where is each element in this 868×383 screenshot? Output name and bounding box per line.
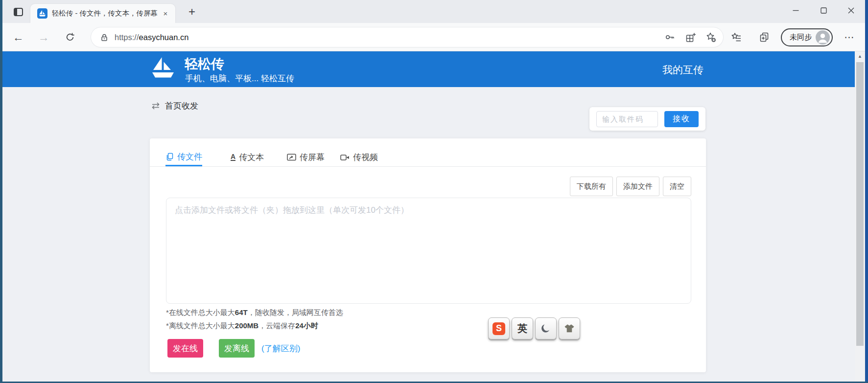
send-offline-button[interactable]: 发离线 — [219, 339, 255, 358]
tabs-divider — [150, 166, 706, 167]
tab-close-button[interactable]: × — [161, 9, 170, 19]
scrollbar-up-arrow[interactable]: ▲ — [855, 52, 865, 60]
close-icon — [848, 7, 854, 14]
profile-sync-status: 未同步 — [790, 33, 812, 42]
forward-button[interactable]: → — [35, 28, 52, 46]
lock-icon[interactable] — [100, 33, 109, 42]
ime-status-bar: S 英 — [488, 317, 580, 339]
note-text: *在线文件总大小最大 — [166, 308, 235, 316]
back-button[interactable]: ← — [9, 28, 27, 46]
browser-toolbar: ← → https://easychuan.cn — [2, 23, 865, 51]
file-copy-icon — [165, 153, 174, 161]
refresh-button[interactable] — [61, 28, 79, 46]
refresh-icon — [65, 32, 75, 42]
site-header: 轻松传 手机、电脑、平板... 轻松互传 我的互传 — [2, 51, 855, 87]
text-a-icon: A — [231, 154, 235, 161]
ime-skin-key[interactable] — [559, 317, 580, 339]
ime-sogou-key[interactable]: S — [488, 317, 510, 339]
star-plus-icon — [705, 31, 717, 43]
note-text: *离线文件总大小最大 — [166, 321, 235, 330]
tshirt-icon — [563, 323, 576, 334]
sailboat-logo — [149, 55, 177, 85]
brand-title: 轻松传 — [185, 55, 224, 73]
receive-code-panel: 接收 — [589, 107, 705, 131]
receive-button[interactable]: 接收 — [664, 111, 699, 127]
note-bold: 64T — [235, 308, 248, 316]
tab-actions-icon — [14, 8, 23, 16]
browser-window: 轻松传 - 传文件，传文本，传屏幕 × + ← → https://easych… — [0, 0, 868, 383]
breadcrumb: 首页收发 — [151, 100, 198, 112]
sailboat-favicon — [37, 8, 47, 19]
sogou-logo-icon: S — [493, 322, 505, 335]
tab-title: 轻松传 - 传文件，传文本，传屏幕 — [52, 9, 161, 18]
tab-label: 传屏幕 — [300, 152, 325, 163]
url-text[interactable]: https://easychuan.cn — [115, 33, 188, 42]
url-domain: easychuan.cn — [139, 33, 189, 42]
transfer-card: 传文件 A 传文本 传屏幕 传视频 — [150, 138, 706, 372]
apps-grid-plus-icon — [685, 32, 696, 43]
favorites-hub-button[interactable] — [727, 28, 745, 46]
window-minimize-button[interactable] — [784, 0, 807, 21]
tab-label: 传文本 — [239, 152, 264, 163]
breadcrumb-label: 首页收发 — [165, 100, 198, 112]
minimize-icon — [793, 7, 799, 14]
note-bold: 200MB — [235, 321, 258, 330]
favorites-hub-icon — [730, 31, 742, 43]
file-dropzone[interactable]: 点击添加文件或将文件（夹）拖放到这里（单次可发10个文件） — [166, 198, 691, 304]
tab-send-video[interactable]: 传视频 — [340, 148, 378, 166]
new-tab-button[interactable]: + — [185, 5, 199, 19]
settings-more-button[interactable]: ⋯ — [841, 28, 858, 46]
password-key-icon — [664, 32, 675, 43]
scrollbar-thumb[interactable] — [856, 62, 864, 346]
note-bold: 24小时 — [295, 321, 318, 330]
tab-send-screen[interactable]: 传屏幕 — [287, 148, 325, 166]
brand-subtitle: 手机、电脑、平板... 轻松互传 — [185, 73, 294, 84]
tab-send-file[interactable]: 传文件 — [165, 148, 202, 166]
online-size-note: *在线文件总大小最大64T，随收随发，局域网互传首选 — [166, 308, 343, 317]
clear-button[interactable]: 清空 — [663, 177, 691, 196]
web-page: 轻松传 手机、电脑、平板... 轻松互传 我的互传 首页收发 接收 传文件 — [2, 51, 855, 382]
download-all-button[interactable]: 下载所有 — [570, 177, 613, 196]
learn-difference-link[interactable]: (了解区别) — [261, 343, 300, 354]
browser-tab-bar: 轻松传 - 传文件，传文本，传屏幕 × + — [2, 0, 865, 23]
transfer-tabs: 传文件 A 传文本 传屏幕 传视频 — [150, 148, 706, 166]
ime-night-mode-key[interactable] — [535, 317, 557, 339]
send-online-button[interactable]: 发在线 — [167, 339, 203, 358]
offline-size-note: *离线文件总大小最大200MB，云端保存24小时 — [166, 321, 318, 331]
dropzone-placeholder: 点击添加文件或将文件（夹）拖放到这里（单次可发10个文件） — [175, 204, 409, 216]
screen-share-icon — [287, 154, 296, 161]
apps-grid-plus-button[interactable] — [682, 29, 699, 45]
window-border-right — [865, 0, 868, 383]
window-maximize-button[interactable] — [812, 0, 835, 21]
url-protocol: https:// — [115, 33, 139, 42]
tab-label: 传文件 — [177, 151, 202, 162]
pickup-code-input[interactable] — [596, 111, 658, 127]
page-scrollbar[interactable]: ▲ — [855, 51, 865, 382]
collections-icon — [758, 31, 770, 43]
tab-label: 传视频 — [353, 152, 378, 163]
tab-send-text[interactable]: A 传文本 — [231, 148, 264, 166]
nav-my-transfers-link[interactable]: 我的互传 — [662, 63, 704, 77]
tab-actions-button[interactable] — [11, 5, 25, 18]
ime-language-key[interactable]: 英 — [512, 317, 533, 339]
moon-icon — [540, 323, 552, 335]
profile-avatar — [816, 30, 830, 45]
transfer-arrows-icon — [151, 102, 161, 110]
add-favorite-button[interactable] — [703, 29, 719, 45]
window-close-button[interactable] — [840, 0, 862, 21]
video-camera-icon — [340, 154, 350, 161]
add-files-button[interactable]: 添加文件 — [616, 177, 659, 196]
address-bar[interactable]: https://easychuan.cn — [91, 27, 723, 47]
profile-button[interactable]: 未同步 — [781, 28, 833, 46]
note-text: ，云端保存 — [258, 321, 295, 330]
password-key-button[interactable] — [661, 29, 678, 45]
collections-button[interactable] — [755, 28, 773, 46]
browser-tab-active[interactable]: 轻松传 - 传文件，传文本，传屏幕 × — [30, 4, 175, 23]
file-action-buttons: 下载所有 添加文件 清空 — [570, 177, 691, 196]
maximize-icon — [821, 7, 827, 14]
english-mode-icon: 英 — [517, 322, 527, 335]
note-text: ，随收随发，局域网互传首选 — [248, 308, 343, 316]
